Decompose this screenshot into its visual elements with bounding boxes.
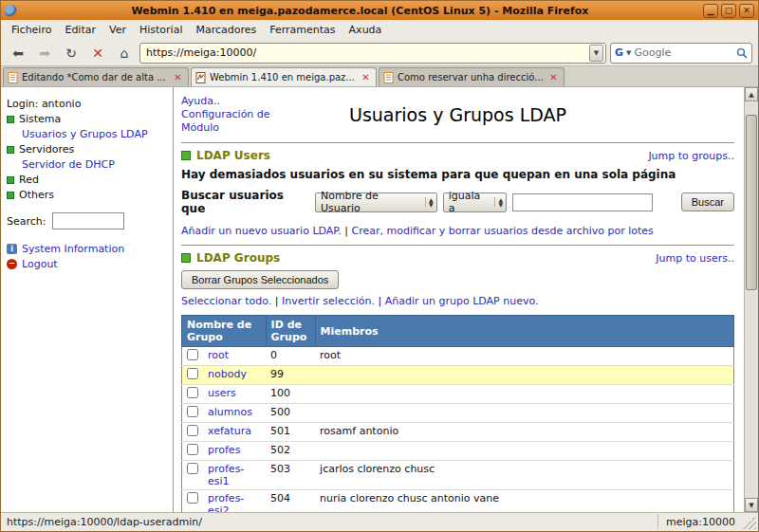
- group-checkbox[interactable]: [187, 425, 198, 436]
- select-all-link[interactable]: Seleccionar todo.: [181, 295, 271, 307]
- engine-dropdown-icon[interactable]: ▼: [626, 49, 631, 57]
- reload-button[interactable]: ↻: [60, 43, 83, 64]
- back-button[interactable]: ⬅: [7, 43, 29, 64]
- group-members-cell: rosamf antonio: [315, 423, 733, 442]
- group-id-cell: 502: [266, 442, 315, 461]
- group-id-cell: 99: [266, 366, 315, 385]
- menu-editar[interactable]: Editar: [58, 21, 102, 39]
- groups-table: Nombre de Grupo ID de Grupo Miembros roo…: [181, 315, 734, 512]
- table-row: profes-esi1503jcarlos clorenzo chusc: [182, 461, 734, 490]
- group-name-link[interactable]: alumnos: [208, 406, 252, 418]
- group-checkbox[interactable]: [187, 387, 198, 398]
- column-header-members: Miembros: [315, 316, 733, 347]
- group-name-link[interactable]: xefatura: [208, 425, 251, 437]
- user-search-input[interactable]: [512, 193, 653, 211]
- combo-arrows-icon: ▲▼: [425, 197, 434, 207]
- maximize-button[interactable]: ▢: [721, 4, 736, 18]
- scrollbar-thumb[interactable]: [746, 115, 757, 290]
- menu-historial[interactable]: Historial: [133, 21, 189, 39]
- tab-editing-article[interactable]: Editando *Como dar de alta ... ✕: [3, 67, 189, 86]
- group-name-link[interactable]: users: [208, 387, 236, 399]
- group-checkbox[interactable]: [187, 406, 198, 417]
- invert-selection-link[interactable]: Invertir selección.: [282, 295, 375, 307]
- group-name-link[interactable]: root: [208, 349, 229, 361]
- search-box: G ▼: [610, 43, 752, 64]
- forward-button[interactable]: ➡: [33, 43, 56, 64]
- google-engine-icon[interactable]: G: [615, 46, 623, 59]
- minimize-button[interactable]: ▁: [703, 4, 718, 18]
- menu-ver[interactable]: Ver: [102, 21, 133, 39]
- statusbar: https://meiga:10000/ldap-useradmin/ meig…: [1, 512, 758, 531]
- sidebar-item-label: Sistema: [19, 113, 61, 125]
- group-id-cell: 100: [266, 385, 315, 404]
- stop-button[interactable]: ✕: [86, 43, 109, 64]
- ldap-groups-section-title: LDAP Groups: [196, 251, 656, 265]
- sidebar-item-servidores[interactable]: Servidores: [7, 143, 167, 156]
- menu-ficheiro[interactable]: Ficheiro: [5, 21, 58, 39]
- module-config-link[interactable]: Configuración de Módulo: [181, 108, 270, 134]
- status-host-text: meiga:10000: [657, 514, 743, 530]
- group-checkbox[interactable]: [187, 492, 198, 504]
- tab-close-icon[interactable]: ✕: [172, 71, 184, 83]
- jump-to-users-link[interactable]: Jump to users..: [656, 252, 734, 265]
- buscar-button[interactable]: Buscar: [681, 193, 734, 211]
- group-name-link[interactable]: profes: [208, 444, 240, 456]
- batch-users-link[interactable]: Crear, modificar y borrar usuarios desde…: [351, 225, 653, 237]
- magnifier-icon[interactable]: [736, 47, 748, 59]
- jump-to-groups-link[interactable]: Jump to groups..: [648, 150, 734, 162]
- group-name-link[interactable]: profes-esi1: [208, 463, 244, 487]
- logout-link[interactable]: Logout: [22, 258, 58, 270]
- search-users-label: Buscar usuarios que: [181, 189, 309, 215]
- resize-grip[interactable]: [743, 516, 756, 529]
- status-url-text: https://meiga:10000/ldap-useradmin/: [7, 516, 657, 528]
- add-group-link[interactable]: Añadir un grupo LDAP nuevo.: [385, 295, 539, 307]
- sidebar-link-dhcp-server[interactable]: Servidor de DHCP: [22, 158, 115, 171]
- group-checkbox[interactable]: [187, 349, 198, 360]
- url-input[interactable]: [146, 46, 585, 59]
- group-checkbox[interactable]: [187, 444, 198, 455]
- scrollbar-track[interactable]: [745, 101, 758, 498]
- add-user-link[interactable]: Añadir un nuevo usuario LDAP.: [181, 225, 342, 237]
- sidebar-item-others[interactable]: Others: [7, 189, 167, 201]
- user-field-select[interactable]: Nombre de Usuario ▲▼: [315, 193, 437, 212]
- delete-groups-button[interactable]: Borrar Grupos Seleccionados: [181, 270, 339, 289]
- menu-axuda[interactable]: Axuda: [342, 21, 389, 39]
- home-button[interactable]: ⌂: [113, 43, 136, 64]
- sidebar-search-label: Search:: [7, 215, 46, 228]
- category-icon: [7, 176, 14, 184]
- sidebar-search-input[interactable]: [52, 212, 124, 229]
- group-id-cell: 0: [266, 347, 315, 366]
- titlebar[interactable]: Webmin 1.410 en meiga.pazodamerce.local …: [1, 1, 758, 20]
- vertical-scrollbar[interactable]: ▲ ▼: [744, 87, 758, 512]
- sidebar-item-sistema[interactable]: Sistema: [7, 113, 167, 125]
- match-type-select[interactable]: iguala a ▲▼: [443, 193, 507, 212]
- url-history-dropdown[interactable]: ▼: [589, 45, 603, 62]
- system-information-item[interactable]: i System Information: [7, 243, 167, 255]
- logout-item[interactable]: − Logout: [7, 258, 167, 270]
- scroll-up-icon[interactable]: ▲: [745, 87, 758, 101]
- group-checkbox[interactable]: [187, 368, 198, 379]
- sidebar-link-ldap-users-groups[interactable]: Usuarios y Grupos LDAP: [22, 128, 148, 140]
- close-button[interactable]: ✕: [739, 4, 754, 18]
- selected-match-value: iguala a: [449, 190, 490, 214]
- web-search-input[interactable]: [634, 46, 733, 59]
- group-id-cell: 503: [266, 461, 315, 490]
- tab-close-icon[interactable]: ✕: [360, 71, 372, 83]
- group-checkbox[interactable]: [187, 463, 198, 474]
- tab-close-icon[interactable]: ✕: [547, 71, 560, 83]
- menu-marcadores[interactable]: Marcadores: [189, 21, 263, 39]
- tab-webmin-active[interactable]: Webmin 1.410 en meiga.paz... ✕: [191, 67, 377, 86]
- tab-label: Webmin 1.410 en meiga.paz...: [210, 72, 356, 83]
- table-row: alumnos500: [182, 404, 734, 423]
- system-information-link[interactable]: System Information: [22, 243, 124, 255]
- group-name-link[interactable]: nobody: [208, 368, 247, 380]
- firefox-icon: [5, 5, 17, 17]
- menu-ferramentas[interactable]: Ferramentas: [263, 21, 342, 39]
- tab-label: Como reservar unha direcció...: [398, 72, 544, 83]
- ldap-users-section-title: LDAP Users: [196, 149, 648, 162]
- sidebar-item-red[interactable]: Red: [7, 174, 167, 186]
- group-name-link[interactable]: profes-esi2: [208, 492, 244, 512]
- tab-reserve-address[interactable]: Como reservar unha direcció... ✕: [379, 67, 565, 86]
- scroll-down-icon[interactable]: ▼: [745, 498, 758, 512]
- help-link[interactable]: Ayuda..: [181, 95, 220, 107]
